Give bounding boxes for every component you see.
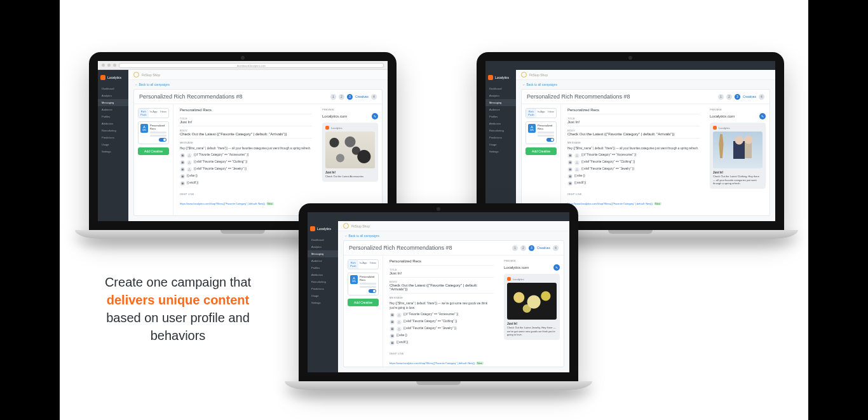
nav-item-analytics[interactable]: Analytics [308,243,338,250]
step-1[interactable]: 1 [330,94,336,100]
creative-toggle[interactable] [369,289,376,293]
tab-in-app[interactable]: In-App [358,260,369,269]
nav-item-analytics[interactable]: Analytics [98,92,128,99]
step-3[interactable]: 3 [529,245,534,251]
creative-tile[interactable]: A50%Personalized Recs [348,273,379,295]
liquid-condition[interactable]: ▣△{{ elsif "Favorite Category" == "Cloth… [180,160,312,165]
nav-item-profiles[interactable]: Profiles [98,113,128,120]
tab-inbox[interactable]: Inbox [158,109,168,118]
nav-item-remarketing[interactable]: Remarketing [308,278,338,285]
liquid-condition[interactable]: ▣{{ else }} [390,334,494,339]
creative-tile[interactable]: A50%Personalized Recs [526,121,557,144]
address-bar[interactable]: dashboard.localytics.com [119,63,384,68]
breadcrumb-back[interactable]: ← Back to all campaigns [128,80,388,89]
nav-item-messaging[interactable]: Messaging [98,99,128,106]
logo[interactable]: Localytics [310,225,336,233]
logo[interactable]: Localytics [488,74,513,81]
nav-item-predictions[interactable]: Predictions [308,285,338,292]
liquid-condition[interactable]: ▣△{{ if "Favorite Category" == "Accessor… [180,153,312,158]
step-3[interactable]: 3 [347,94,353,100]
logo[interactable]: Localytics [100,74,126,81]
name-value[interactable]: Personalized Recs [567,108,700,112]
workspace-header[interactable]: FitStop Shop [516,70,775,80]
liquid-condition[interactable]: ▣△{{ elsif "Favorite Category" == "Cloth… [567,160,700,165]
window-min-icon[interactable] [107,64,111,67]
creative-toggle[interactable] [159,138,166,142]
body-value[interactable]: Check Out the Latest {{"Favorite Categor… [390,283,494,291]
liquid-condition[interactable]: ▣{{ endif }} [180,181,312,186]
step-4[interactable]: 4 [553,245,559,251]
breadcrumb-back[interactable]: ← Back to all campaigns [338,231,569,240]
creative-tile[interactable]: A50%Personalized Recs [138,121,169,144]
message-editor[interactable]: Hey {{"$first_name" | default: "there"}}… [180,147,312,186]
liquid-condition[interactable]: ▣△{{ elsif "Favorite Category" == "Jewel… [180,167,312,172]
nav-item-messaging[interactable]: Messaging [485,99,516,106]
nav-item-audience[interactable]: Audience [98,106,128,113]
message-editor[interactable]: Hey {{"$first_name" | default: "there"}}… [390,302,494,346]
nav-item-attribution[interactable]: Attribution [308,271,338,278]
add-creative-button[interactable]: Add Creative [138,147,169,155]
title-value[interactable]: Just In! [390,271,494,275]
liquid-condition[interactable]: ▣{{ endif }} [567,181,700,186]
deeplink-value[interactable]: https://www.localytics.com/shop?filter={… [180,202,312,205]
breadcrumb-back[interactable]: ← Back to all campaigns [516,80,775,89]
deeplink-value[interactable]: https://www.localytics.com/shop?filter={… [390,362,494,365]
edit-preview-icon[interactable]: ✎ [553,264,560,271]
window-max-icon[interactable] [113,64,116,67]
nav-item-messaging[interactable]: Messaging [308,250,338,257]
nav-item-audience[interactable]: Audience [485,106,516,113]
nav-item-usage[interactable]: Usage [98,141,128,148]
nav-item-remarketing[interactable]: Remarketing [98,127,128,134]
step-1[interactable]: 1 [512,245,518,251]
nav-item-usage[interactable]: Usage [485,141,516,148]
deeplink-value[interactable]: https://www.localytics.com/shop?filter={… [567,202,700,205]
title-value[interactable]: Just In! [180,120,312,124]
nav-item-usage[interactable]: Usage [308,292,338,299]
nav-item-dashboard[interactable]: Dashboard [98,85,128,92]
step-1[interactable]: 1 [718,94,724,100]
nav-item-predictions[interactable]: Predictions [98,134,128,141]
nav-item-dashboard[interactable]: Dashboard [485,85,516,92]
window-close-icon[interactable] [102,64,105,67]
workspace-header[interactable]: FitStop Shop [128,70,388,80]
message-editor[interactable]: Hey {{"$first_name" | default: "there"}}… [567,147,700,186]
step-2[interactable]: 2 [726,94,732,100]
step-4[interactable]: 4 [759,94,764,100]
name-value[interactable]: Personalized Recs [390,259,494,263]
nav-item-predictions[interactable]: Predictions [485,134,516,141]
creative-toggle[interactable] [546,138,554,142]
add-creative-button[interactable]: Add Creative [348,299,379,306]
liquid-condition[interactable]: ▣{{ else }} [567,174,700,179]
tab-rich-push[interactable]: Rich Push [526,109,536,118]
nav-item-analytics[interactable]: Analytics [485,92,516,99]
nav-item-settings[interactable]: Settings [98,148,128,155]
step-2[interactable]: 2 [520,245,526,251]
nav-item-profiles[interactable]: Profiles [308,264,338,271]
add-creative-button[interactable]: Add Creative [526,147,557,155]
body-value[interactable]: Check Out the Latest {{"Favorite Categor… [180,132,312,136]
step-2[interactable]: 2 [339,94,344,100]
workspace-header[interactable]: FitStop Shop [338,221,569,231]
title-value[interactable]: Just In! [567,120,700,124]
edit-preview-icon[interactable]: ✎ [759,113,766,119]
name-value[interactable]: Personalized Recs [180,108,312,112]
liquid-condition[interactable]: ▣△{{ elsif "Favorite Category" == "Jewel… [390,327,494,332]
nav-item-remarketing[interactable]: Remarketing [485,127,516,134]
liquid-condition[interactable]: ▣△{{ if "Favorite Category" == "Accessor… [567,153,700,158]
nav-item-settings[interactable]: Settings [308,299,338,306]
nav-item-attribution[interactable]: Attribution [98,120,128,127]
step-3[interactable]: 3 [735,94,740,100]
nav-item-dashboard[interactable]: Dashboard [308,236,338,243]
body-value[interactable]: Check Out the Latest {{"Favorite Categor… [567,132,700,136]
liquid-condition[interactable]: ▣{{ endif }} [390,341,494,346]
nav-item-profiles[interactable]: Profiles [485,113,516,120]
tab-in-app[interactable]: In-App [149,109,159,118]
tab-rich-push[interactable]: Rich Push [139,109,149,118]
tab-inbox[interactable]: Inbox [368,260,378,269]
tab-in-app[interactable]: In-App [536,109,546,118]
tab-inbox[interactable]: Inbox [546,109,556,118]
liquid-condition[interactable]: ▣△{{ if "Favorite Category" == "Accessor… [390,313,494,318]
liquid-condition[interactable]: ▣△{{ elsif "Favorite Category" == "Cloth… [390,320,494,325]
edit-preview-icon[interactable]: ✎ [372,113,378,119]
nav-item-settings[interactable]: Settings [485,148,516,155]
